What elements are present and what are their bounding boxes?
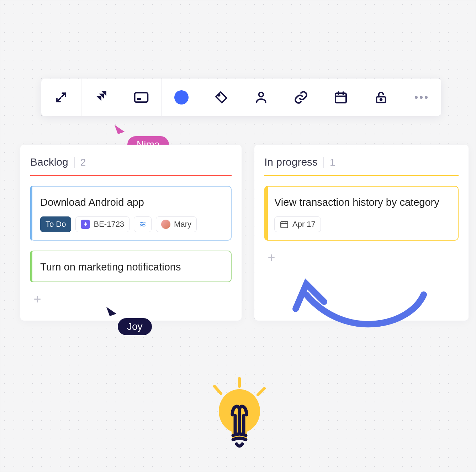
bolt-icon: ✦ (81, 220, 90, 229)
tag-icon (214, 90, 228, 104)
column-count: 2 (74, 157, 86, 168)
more-button[interactable] (401, 79, 441, 116)
card-title: View transaction history by category (274, 196, 449, 209)
add-card-button[interactable]: + (264, 251, 279, 265)
layers-icon: ≋ (139, 220, 146, 229)
unlock-icon (374, 90, 388, 105)
more-icon (414, 96, 429, 99)
column-in-progress: In progress 1 View transaction history b… (254, 145, 469, 321)
column-title: Backlog (30, 156, 68, 168)
calendar-icon (334, 90, 348, 104)
add-card-button[interactable]: + (30, 292, 44, 306)
svg-rect-10 (281, 221, 288, 227)
column-divider (264, 175, 459, 176)
svg-rect-15 (232, 429, 247, 439)
toolbar-group-3 (162, 79, 361, 116)
cursor-arrow-icon (115, 122, 125, 134)
assignee-badge[interactable]: Mary (156, 216, 197, 232)
card-transaction-history[interactable]: View transaction history by category Apr… (264, 186, 459, 241)
svg-point-9 (425, 96, 428, 99)
link-button[interactable] (281, 79, 321, 116)
expand-icon (55, 91, 68, 104)
column-title: In progress (264, 156, 318, 168)
svg-line-12 (258, 388, 264, 395)
svg-rect-0 (135, 93, 148, 102)
ticket-badge[interactable]: ✦ BE-1723 (75, 216, 129, 232)
layers-badge[interactable]: ≋ (134, 216, 152, 232)
toolbar-group-1 (41, 79, 81, 116)
svg-point-3 (259, 92, 264, 97)
person-icon (254, 90, 268, 104)
ticket-id: BE-1723 (94, 220, 124, 229)
kanban-board: Backlog 2 Download Android app To Do ✦ B… (20, 145, 469, 321)
column-header: In progress 1 (264, 156, 459, 168)
column-count: 1 (323, 157, 335, 168)
card-download-android-app[interactable]: Download Android app To Do ✦ BE-1723 ≋ M… (30, 186, 232, 241)
person-button[interactable] (241, 79, 281, 116)
svg-line-11 (215, 386, 221, 393)
card-title: Turn on marketing notifications (40, 261, 222, 274)
expand-button[interactable] (41, 79, 81, 116)
card-title: Download Android app (40, 196, 222, 209)
card-badges: To Do ✦ BE-1723 ≋ Mary (40, 216, 222, 232)
date-badge[interactable]: Apr 17 (274, 216, 321, 232)
svg-point-7 (415, 96, 418, 99)
svg-point-8 (420, 96, 423, 99)
toolbar (41, 79, 441, 116)
status-badge[interactable]: To Do (40, 216, 71, 232)
color-dot-icon (174, 90, 189, 104)
svg-rect-1 (137, 98, 141, 100)
column-backlog: Backlog 2 Download Android app To Do ✦ B… (20, 145, 242, 321)
card-icon (134, 91, 149, 103)
column-header: Backlog 2 (30, 156, 232, 168)
card-button[interactable] (121, 79, 161, 116)
toolbar-group-4 (361, 79, 401, 116)
lightbulb-icon (204, 376, 275, 450)
date-text: Apr 17 (292, 220, 316, 229)
toolbar-group-2 (81, 79, 162, 116)
card-marketing-notifications[interactable]: Turn on marketing notifications (30, 251, 232, 283)
svg-point-6 (380, 99, 382, 101)
column-divider (30, 175, 232, 176)
calendar-button[interactable] (321, 79, 361, 116)
svg-point-2 (218, 94, 220, 96)
toolbar-group-5 (401, 79, 441, 116)
jira-icon (94, 90, 109, 105)
svg-point-14 (219, 389, 260, 433)
calendar-icon (280, 220, 289, 229)
unlock-button[interactable] (361, 79, 401, 116)
jira-button[interactable] (81, 79, 121, 116)
assignee-name: Mary (174, 220, 191, 229)
svg-rect-4 (335, 93, 346, 103)
tag-button[interactable] (201, 79, 241, 116)
avatar (161, 220, 170, 229)
color-button[interactable] (162, 79, 201, 116)
card-badges: Apr 17 (274, 216, 449, 232)
link-icon (293, 90, 308, 105)
